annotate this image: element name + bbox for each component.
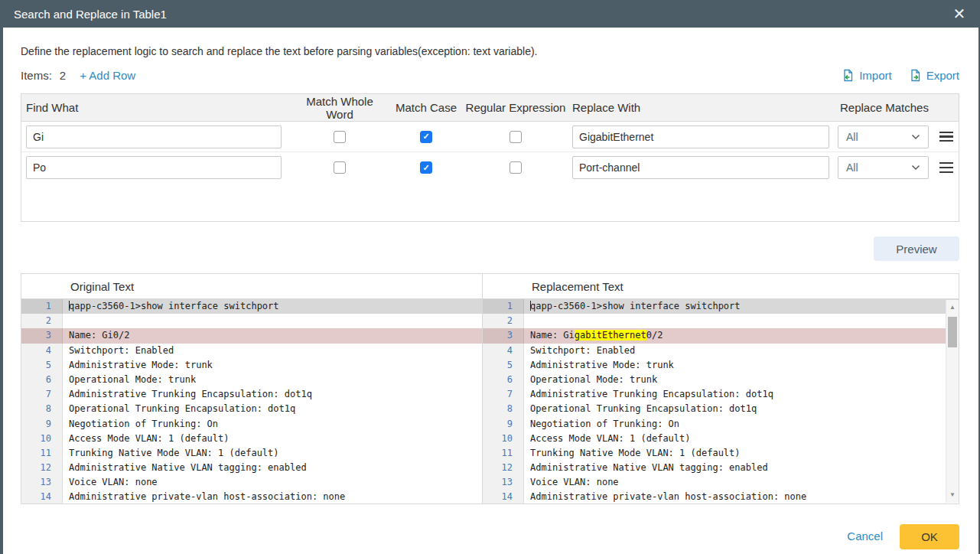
find-input[interactable] bbox=[26, 156, 282, 179]
search-replace-dialog: Search and Replace in Table1 ✕ Define th… bbox=[3, 0, 978, 554]
code-line[interactable]: 10Access Mode VLAN: 1 (default) bbox=[483, 432, 959, 446]
items-row: Items: 2 + Add Row bbox=[21, 69, 135, 82]
replace-input[interactable] bbox=[572, 125, 829, 148]
code-line[interactable]: 8Operational Trunking Encapsulation: dot… bbox=[483, 402, 959, 416]
code-text: Name: Gi0/2 bbox=[63, 328, 129, 343]
scroll-up-icon[interactable]: ▲ bbox=[946, 301, 959, 314]
code-line[interactable]: 6Operational Mode: trunk bbox=[21, 373, 482, 387]
line-number: 2 bbox=[21, 314, 63, 328]
code-line[interactable]: 4Switchport: Enabled bbox=[483, 344, 959, 358]
code-line[interactable]: 11Trunking Native Mode VLAN: 1 (default) bbox=[483, 446, 959, 461]
import-button[interactable]: Import bbox=[842, 69, 892, 82]
code-text: Trunking Native Mode VLAN: 1 (default) bbox=[524, 446, 741, 461]
text-caret bbox=[530, 301, 531, 311]
items-label: Items: bbox=[21, 69, 52, 82]
code-text bbox=[63, 314, 69, 328]
code-line[interactable]: 14Administrative private-vlan host-assoc… bbox=[483, 490, 959, 503]
line-number: 7 bbox=[21, 387, 63, 402]
replacement-text-title: Replacement Text bbox=[532, 280, 623, 293]
code-text: Administrative Native VLAN tagging: enab… bbox=[63, 461, 307, 475]
code-line[interactable]: 12Administrative Native VLAN tagging: en… bbox=[483, 461, 959, 475]
code-line[interactable]: 10Access Mode VLAN: 1 (default) bbox=[21, 432, 482, 446]
code-line[interactable]: 13Voice VLAN: none bbox=[21, 475, 482, 490]
row-menu-icon[interactable] bbox=[939, 162, 953, 173]
match-case-checkbox[interactable] bbox=[420, 161, 432, 174]
line-number: 9 bbox=[21, 417, 63, 432]
code-text: Voice VLAN: none bbox=[63, 475, 158, 490]
code-line[interactable]: 14Administrative private-vlan host-assoc… bbox=[21, 490, 482, 503]
code-text: Administrative Mode: trunk bbox=[63, 358, 213, 373]
code-line[interactable]: 8Operational Trunking Encapsulation: dot… bbox=[21, 402, 482, 416]
line-number: 14 bbox=[21, 490, 63, 503]
code-text: Operational Trunking Encapsulation: dot1… bbox=[524, 402, 757, 416]
match-case-checkbox[interactable] bbox=[420, 131, 432, 143]
scrollbar-thumb[interactable] bbox=[948, 317, 957, 347]
column-header-match-whole-word: Match Whole Word bbox=[291, 95, 389, 121]
regular-expression-checkbox[interactable] bbox=[510, 161, 522, 174]
line-number: 8 bbox=[21, 402, 63, 416]
code-line[interactable]: 2 bbox=[483, 314, 959, 328]
add-row-button[interactable]: + Add Row bbox=[80, 69, 135, 82]
column-header-replace-matches: Replace Matches bbox=[835, 101, 933, 114]
import-export-links: Import Export bbox=[842, 69, 959, 82]
code-text: Operational Mode: trunk bbox=[524, 373, 657, 387]
code-line[interactable]: 5Administrative Mode: trunk bbox=[21, 358, 482, 373]
cancel-button[interactable]: Cancel bbox=[847, 530, 883, 543]
line-number: 1 bbox=[483, 299, 524, 314]
code-text: Administrative Mode: trunk bbox=[524, 358, 674, 373]
row-menu-icon[interactable] bbox=[939, 132, 953, 142]
replacement-text-lines: 1qapp-c3560-1>show interface switchport2… bbox=[483, 299, 959, 503]
ok-button[interactable]: OK bbox=[900, 524, 959, 549]
line-number: 13 bbox=[21, 475, 63, 490]
vertical-scrollbar[interactable]: ▲ ▼ bbox=[946, 300, 959, 503]
export-button[interactable]: Export bbox=[909, 69, 959, 82]
code-line[interactable]: 6Operational Mode: trunk bbox=[483, 373, 959, 387]
replace-matches-select[interactable]: All bbox=[838, 125, 929, 148]
code-text: Administrative Native VLAN tagging: enab… bbox=[524, 461, 768, 475]
line-number: 8 bbox=[483, 402, 524, 416]
line-number: 4 bbox=[21, 344, 63, 358]
code-line[interactable]: 4Switchport: Enabled bbox=[21, 344, 482, 358]
text-caret bbox=[69, 301, 70, 311]
replacement-text-header: Replacement Text bbox=[483, 274, 959, 299]
code-text: Operational Trunking Encapsulation: dot1… bbox=[63, 402, 295, 416]
code-line[interactable]: 7Administrative Trunking Encapsulation: … bbox=[21, 387, 482, 402]
code-line[interactable]: 5Administrative Mode: trunk bbox=[483, 358, 959, 373]
code-line[interactable]: 12Administrative Native VLAN tagging: en… bbox=[21, 461, 482, 475]
replaced-text-highlight: gabitEthernet bbox=[575, 330, 646, 341]
find-input[interactable] bbox=[26, 125, 282, 148]
line-number: 9 bbox=[483, 417, 524, 432]
code-line[interactable]: 1qapp-c3560-1>show interface switchport bbox=[483, 299, 959, 314]
matches-value: All bbox=[846, 131, 858, 143]
code-line[interactable]: 7Administrative Trunking Encapsulation: … bbox=[483, 387, 959, 402]
chevron-down-icon bbox=[911, 134, 920, 140]
preview-button[interactable]: Preview bbox=[874, 236, 959, 261]
items-count: 2 bbox=[60, 69, 66, 82]
code-line[interactable]: 3Name: GigabitEthernet0/2 bbox=[483, 328, 959, 343]
match-whole-word-checkbox[interactable] bbox=[334, 161, 346, 174]
match-whole-word-checkbox[interactable] bbox=[334, 131, 346, 143]
code-text: Access Mode VLAN: 1 (default) bbox=[524, 432, 691, 446]
code-line[interactable]: 9Negotiation of Trunking: On bbox=[21, 417, 482, 432]
scroll-down-icon[interactable]: ▼ bbox=[946, 489, 959, 501]
code-line[interactable]: 11Trunking Native Mode VLAN: 1 (default) bbox=[21, 446, 482, 461]
code-line[interactable]: 13Voice VLAN: none bbox=[483, 475, 959, 490]
code-text: Administrative private-vlan host-associa… bbox=[524, 490, 806, 503]
line-number: 3 bbox=[483, 328, 524, 343]
code-line[interactable]: 3Name: Gi0/2 bbox=[21, 328, 482, 343]
line-number: 1 bbox=[21, 299, 63, 314]
original-text-header: Original Text bbox=[21, 274, 482, 299]
original-text-panel: Original Text 1qapp-c3560-1>show interfa… bbox=[21, 274, 483, 503]
regular-expression-checkbox[interactable] bbox=[510, 131, 522, 143]
code-line[interactable]: 9Negotiation of Trunking: On bbox=[483, 417, 959, 432]
code-line[interactable]: 2 bbox=[21, 314, 482, 328]
close-icon[interactable]: ✕ bbox=[951, 5, 968, 22]
column-header-replace-with: Replace With bbox=[568, 101, 835, 114]
code-line[interactable]: 1qapp-c3560-1>show interface switchport bbox=[21, 299, 482, 314]
code-text: Operational Mode: trunk bbox=[63, 373, 196, 387]
replace-matches-select[interactable]: All bbox=[838, 156, 929, 179]
dialog-description: Define the replacement logic to search a… bbox=[21, 45, 538, 57]
replace-input[interactable] bbox=[572, 156, 829, 179]
line-number: 2 bbox=[483, 314, 524, 328]
chevron-down-icon bbox=[911, 165, 920, 171]
